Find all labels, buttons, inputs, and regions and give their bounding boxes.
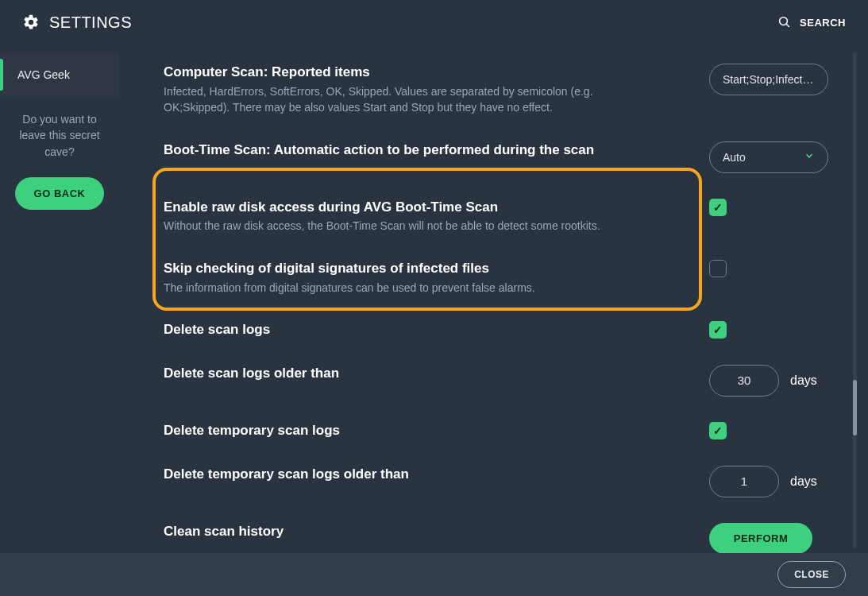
setting-text: Enable raw disk access during AVG Boot-T… — [164, 199, 656, 234]
gear-icon — [22, 14, 40, 31]
svg-line-1 — [786, 24, 789, 27]
search-label: SEARCH — [800, 17, 846, 29]
setting-title: Delete scan logs — [164, 321, 632, 339]
setting-text: Clean scan history — [164, 523, 656, 541]
setting-title: Boot-Time Scan: Automatic action to be p… — [164, 141, 632, 160]
delete-scan-logs-checkbox[interactable]: ✓ — [709, 321, 727, 339]
sidebar: AVG Geek Do you want to leave this secre… — [0, 45, 119, 553]
setting-computer-scan-reported: Computer Scan: Reported items Infected, … — [164, 52, 828, 130]
setting-text: Delete scan logs — [164, 321, 656, 339]
setting-delete-logs-older: Delete scan logs older than days — [164, 354, 828, 411]
setting-delete-temp-older: Delete temporary scan logs older than da… — [164, 455, 828, 512]
setting-delete-temp-logs: Delete temporary scan logs ✓ — [164, 411, 828, 455]
setting-clean-history: Clean scan history PERFORM — [164, 512, 828, 553]
control: ✓ — [709, 321, 828, 339]
go-back-button[interactable]: GO BACK — [15, 177, 105, 210]
unit-label: days — [790, 474, 817, 489]
content: Computer Scan: Reported items Infected, … — [119, 45, 868, 553]
search-icon — [777, 15, 792, 29]
boot-time-action-select[interactable]: Auto — [709, 141, 828, 173]
setting-title: Delete temporary scan logs older than — [164, 466, 632, 484]
footer-bar: CLOSE — [0, 553, 868, 596]
setting-title: Enable raw disk access during AVG Boot-T… — [164, 199, 632, 217]
control — [709, 64, 828, 95]
setting-title: Skip checking of digital signatures of i… — [164, 260, 632, 278]
setting-title: Delete temporary scan logs — [164, 422, 632, 440]
setting-desc: Infected, HardErrors, SoftErrors, OK, Sk… — [164, 83, 632, 116]
setting-text: Computer Scan: Reported items Infected, … — [164, 64, 656, 116]
setting-boot-time-action: Boot-Time Scan: Automatic action to be p… — [164, 130, 828, 188]
setting-desc: Without the raw disk access, the Boot-Ti… — [164, 218, 632, 234]
control: days — [709, 365, 828, 397]
setting-text: Boot-Time Scan: Automatic action to be p… — [164, 141, 656, 160]
select-value: Auto — [723, 151, 746, 164]
setting-text: Skip checking of digital signatures of i… — [164, 260, 656, 296]
unit-label: days — [790, 373, 817, 388]
number-row: days — [709, 466, 817, 497]
setting-title: Clean scan history — [164, 523, 632, 541]
close-button[interactable]: CLOSE — [777, 561, 846, 588]
scrollbar-track[interactable] — [853, 52, 857, 548]
sidebar-question: Do you want to leave this secret cave? — [0, 111, 119, 160]
control — [709, 260, 828, 277]
setting-title: Computer Scan: Reported items — [164, 64, 632, 82]
setting-delete-scan-logs: Delete scan logs ✓ — [164, 310, 828, 354]
number-row: days — [709, 365, 817, 397]
setting-title: Delete scan logs older than — [164, 365, 632, 383]
chevron-down-icon — [804, 150, 815, 164]
page-title: SETTINGS — [49, 14, 132, 32]
svg-point-0 — [780, 17, 788, 25]
setting-desc: The information from digital signatures … — [164, 280, 632, 296]
control: days — [709, 466, 828, 497]
raw-disk-access-checkbox[interactable]: ✓ — [709, 199, 727, 216]
control: ✓ — [709, 199, 828, 216]
sidebar-item-avg-geek[interactable]: AVG Geek — [0, 52, 119, 97]
setting-text: Delete scan logs older than — [164, 365, 656, 383]
delete-temp-days-input[interactable] — [709, 466, 779, 497]
delete-logs-days-input[interactable] — [709, 365, 779, 397]
perform-button[interactable]: PERFORM — [709, 523, 812, 553]
control: ✓ — [709, 422, 828, 439]
body-area: AVG Geek Do you want to leave this secre… — [0, 45, 868, 553]
setting-text: Delete temporary scan logs — [164, 422, 656, 440]
skip-signatures-checkbox[interactable] — [709, 260, 727, 277]
header-left: SETTINGS — [22, 14, 132, 32]
sidebar-item-label: AVG Geek — [17, 68, 70, 81]
setting-skip-signatures: Skip checking of digital signatures of i… — [164, 249, 828, 310]
delete-temp-logs-checkbox[interactable]: ✓ — [709, 422, 727, 439]
search-button[interactable]: SEARCH — [777, 15, 846, 29]
scrollbar-thumb[interactable] — [853, 380, 857, 435]
setting-raw-disk-access: Enable raw disk access during AVG Boot-T… — [164, 188, 828, 249]
control: PERFORM — [709, 523, 828, 553]
setting-text: Delete temporary scan logs older than — [164, 466, 656, 484]
reported-items-input[interactable] — [709, 64, 828, 95]
control: Auto — [709, 141, 828, 173]
header: SETTINGS SEARCH — [0, 0, 868, 45]
